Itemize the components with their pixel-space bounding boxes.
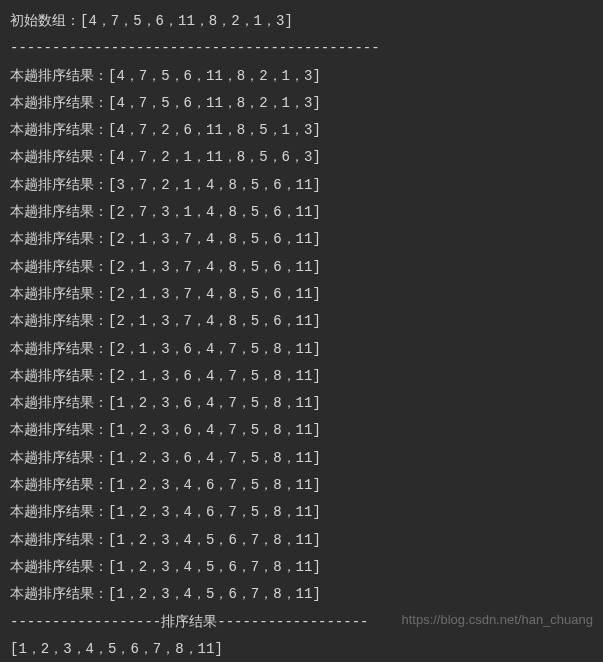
pass-label: 本趟排序结果： bbox=[10, 149, 108, 165]
pass-line: 本趟排序结果：[1，2，3，6，4，7，5，8，11] bbox=[10, 417, 593, 444]
pass-line: 本趟排序结果：[1，2，3，4，6，7，5，8，11] bbox=[10, 472, 593, 499]
passes-container: 本趟排序结果：[4，7，5，6，11，8，2，1，3]本趟排序结果：[4，7，5… bbox=[10, 63, 593, 609]
pass-line: 本趟排序结果：[1，2，3，4，5，6，7，8，11] bbox=[10, 527, 593, 554]
pass-array: [2，1，3，7，4，8，5，6，11] bbox=[108, 259, 321, 275]
initial-array: [4，7，5，6，11，8，2，1，3] bbox=[80, 13, 293, 29]
pass-line: 本趟排序结果：[1，2，3，4，5，6，7，8，11] bbox=[10, 554, 593, 581]
pass-label: 本趟排序结果： bbox=[10, 450, 108, 466]
pass-label: 本趟排序结果： bbox=[10, 177, 108, 193]
watermark: https://blog.csdn.net/han_chuang bbox=[401, 607, 593, 632]
pass-line: 本趟排序结果：[2，1，3，7，4，8，5，6，11] bbox=[10, 254, 593, 281]
pass-line: 本趟排序结果：[2，1，3，7，4，8，5，6，11] bbox=[10, 226, 593, 253]
pass-line: 本趟排序结果：[3，7，2，1，4，8，5，6，11] bbox=[10, 172, 593, 199]
pass-line: 本趟排序结果：[4，7，2，1，11，8，5，6，3] bbox=[10, 144, 593, 171]
separator: ----------------------------------------… bbox=[10, 35, 593, 62]
pass-label: 本趟排序结果： bbox=[10, 559, 108, 575]
pass-label: 本趟排序结果： bbox=[10, 68, 108, 84]
pass-label: 本趟排序结果： bbox=[10, 341, 108, 357]
pass-array: [3，7，2，1，4，8，5，6，11] bbox=[108, 177, 321, 193]
pass-label: 本趟排序结果： bbox=[10, 368, 108, 384]
initial-label: 初始数组： bbox=[10, 13, 80, 29]
pass-array: [4，7，2，1，11，8，5，6，3] bbox=[108, 149, 321, 165]
pass-line: 本趟排序结果：[1，2，3，4，5，6，7，8，11] bbox=[10, 581, 593, 608]
initial-line: 初始数组：[4，7，5，6，11，8，2，1，3] bbox=[10, 8, 593, 35]
pass-line: 本趟排序结果：[2，1，3，7，4，8，5，6，11] bbox=[10, 281, 593, 308]
pass-array: [4，7，2，6，11，8，5，1，3] bbox=[108, 122, 321, 138]
pass-label: 本趟排序结果： bbox=[10, 95, 108, 111]
pass-line: 本趟排序结果：[1，2，3，6，4，7，5，8，11] bbox=[10, 390, 593, 417]
pass-array: [2，1，3，6，4，7，5，8，11] bbox=[108, 368, 321, 384]
pass-line: 本趟排序结果：[4，7，5，6，11，8，2，1，3] bbox=[10, 63, 593, 90]
pass-line: 本趟排序结果：[2，1，3，7，4，8，5，6，11] bbox=[10, 308, 593, 335]
pass-array: [1，2，3，4，5，6，7，8，11] bbox=[108, 586, 321, 602]
pass-array: [2，1，3，7，4，8，5，6，11] bbox=[108, 313, 321, 329]
pass-line: 本趟排序结果：[1，2，3，6，4，7，5，8，11] bbox=[10, 445, 593, 472]
pass-array: [1，2，3，4，5，6，7，8，11] bbox=[108, 559, 321, 575]
pass-array: [2，1，3，7，4，8，5，6，11] bbox=[108, 286, 321, 302]
pass-label: 本趟排序结果： bbox=[10, 477, 108, 493]
pass-array: [2，7，3，1，4，8，5，6，11] bbox=[108, 204, 321, 220]
pass-line: 本趟排序结果：[2，7，3，1，4，8，5，6，11] bbox=[10, 199, 593, 226]
pass-array: [1，2，3，4，6，7，5，8，11] bbox=[108, 504, 321, 520]
pass-array: [1，2，3，6，4，7，5，8，11] bbox=[108, 450, 321, 466]
pass-label: 本趟排序结果： bbox=[10, 313, 108, 329]
pass-label: 本趟排序结果： bbox=[10, 422, 108, 438]
pass-line: 本趟排序结果：[4，7，5，6，11，8，2，1，3] bbox=[10, 90, 593, 117]
pass-array: [2，1，3，6，4，7，5，8，11] bbox=[108, 341, 321, 357]
pass-label: 本趟排序结果： bbox=[10, 395, 108, 411]
final-array: [1，2，3，4，5，6，7，8，11] bbox=[10, 636, 593, 662]
pass-line: 本趟排序结果：[2，1，3，6，4，7，5，8，11] bbox=[10, 363, 593, 390]
pass-array: [2，1，3，7，4，8，5，6，11] bbox=[108, 231, 321, 247]
pass-array: [1，2，3，4，5，6，7，8，11] bbox=[108, 532, 321, 548]
pass-line: 本趟排序结果：[1，2，3，4，6，7，5，8，11] bbox=[10, 499, 593, 526]
pass-array: [1，2，3，4，6，7，5，8，11] bbox=[108, 477, 321, 493]
pass-array: [1，2，3，6，4，7，5，8，11] bbox=[108, 395, 321, 411]
pass-label: 本趟排序结果： bbox=[10, 504, 108, 520]
pass-label: 本趟排序结果： bbox=[10, 259, 108, 275]
pass-label: 本趟排序结果： bbox=[10, 586, 108, 602]
pass-label: 本趟排序结果： bbox=[10, 204, 108, 220]
pass-label: 本趟排序结果： bbox=[10, 532, 108, 548]
pass-label: 本趟排序结果： bbox=[10, 286, 108, 302]
pass-array: [4，7，5，6，11，8，2，1，3] bbox=[108, 68, 321, 84]
pass-array: [1，2，3，6，4，7，5，8，11] bbox=[108, 422, 321, 438]
pass-line: 本趟排序结果：[2，1，3，6，4，7，5，8，11] bbox=[10, 336, 593, 363]
pass-label: 本趟排序结果： bbox=[10, 231, 108, 247]
pass-line: 本趟排序结果：[4，7，2，6，11，8，5，1，3] bbox=[10, 117, 593, 144]
pass-array: [4，7，5，6，11，8，2，1，3] bbox=[108, 95, 321, 111]
pass-label: 本趟排序结果： bbox=[10, 122, 108, 138]
